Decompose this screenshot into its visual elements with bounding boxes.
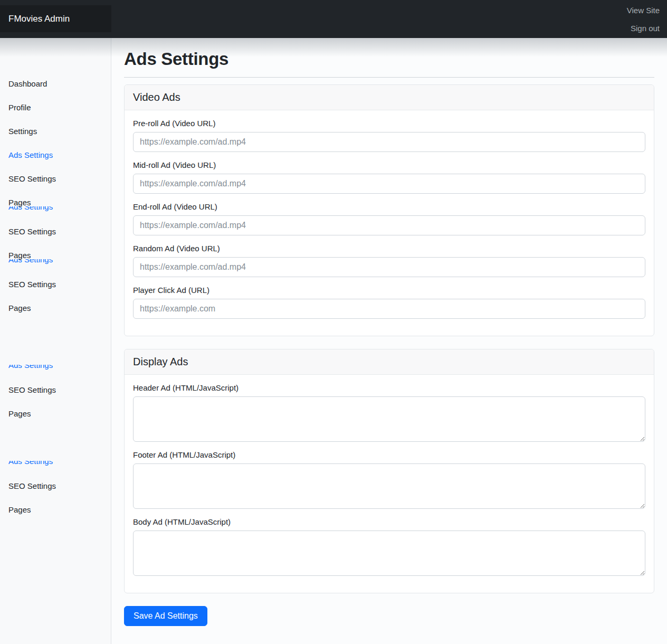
sign-out-link[interactable]: Sign out <box>631 24 660 33</box>
sidebar-item-seo-settings[interactable]: SEO Settings <box>0 480 111 492</box>
textarea-footer-ad-html-javascript[interactable] <box>133 463 645 509</box>
sidebar-item-seo-settings[interactable]: SEO Settings <box>0 384 111 396</box>
navbar-links: View Site Sign out <box>627 0 660 38</box>
form-field: Player Click Ad (URL) <box>133 286 645 319</box>
sidebar-item-profile[interactable]: Profile <box>0 102 111 113</box>
form-field: Pre-roll Ad (Video URL) <box>133 119 645 152</box>
label-header-ad-html-javascript: Header Ad (HTML/JavaScript) <box>133 383 645 392</box>
form-field: Mid-roll Ad (Video URL) <box>133 160 645 194</box>
sidebar-item-dashboard[interactable]: Dashboard <box>0 78 111 90</box>
input-pre-roll-ad-video-url[interactable] <box>133 132 645 152</box>
form-field: Footer Ad (HTML/JavaScript) <box>133 450 645 509</box>
card-display-ads: Display Ads Header Ad (HTML/JavaScript) … <box>124 349 654 593</box>
main-content: Ads Settings Video Ads Pre-roll Ad (Vide… <box>111 38 667 626</box>
sidebar-item-seo-settings[interactable]: SEO Settings <box>0 279 111 290</box>
sidebar-item-pages[interactable]: Pages <box>0 504 111 516</box>
card-title: Video Ads <box>133 91 180 103</box>
sidebar: DashboardProfileSettingsAds SettingsSEO … <box>0 38 111 644</box>
brand-title: FMovies Admin <box>0 5 111 32</box>
form-field: Body Ad (HTML/JavaScript) <box>133 517 645 576</box>
sidebar-item-pages[interactable]: Pages <box>0 302 111 314</box>
card-body: Pre-roll Ad (Video URL) Mid-roll Ad (Vid… <box>125 110 654 336</box>
title-divider <box>124 77 654 78</box>
textarea-body-ad-html-javascript[interactable] <box>133 531 645 576</box>
view-site-link[interactable]: View Site <box>627 6 660 15</box>
input-player-click-ad-url[interactable] <box>133 299 645 319</box>
sidebar-item-ads-settings[interactable]: Ads Settings <box>0 456 111 467</box>
input-mid-roll-ad-video-url[interactable] <box>133 174 645 194</box>
card-video-ads: Video Ads Pre-roll Ad (Video URL) Mid-ro… <box>124 84 654 336</box>
save-ad-settings-button[interactable]: Save Ad Settings <box>124 606 207 626</box>
input-end-roll-ad-video-url[interactable] <box>133 215 645 235</box>
sidebar-item-seo-settings[interactable]: SEO Settings <box>0 173 111 185</box>
form-field: Header Ad (HTML/JavaScript) <box>133 383 645 442</box>
card-body: Header Ad (HTML/JavaScript) Footer Ad (H… <box>125 375 654 593</box>
label-end-roll-ad-video-url: End-roll Ad (Video URL) <box>133 202 645 211</box>
form-field: Random Ad (Video URL) <box>133 244 645 277</box>
label-player-click-ad-url: Player Click Ad (URL) <box>133 286 645 295</box>
label-footer-ad-html-javascript: Footer Ad (HTML/JavaScript) <box>133 450 645 459</box>
cards: Video Ads Pre-roll Ad (Video URL) Mid-ro… <box>124 84 654 593</box>
input-random-ad-video-url[interactable] <box>133 257 645 277</box>
top-navbar: FMovies Admin View Site Sign out <box>0 0 667 38</box>
label-random-ad-video-url: Random Ad (Video URL) <box>133 244 645 253</box>
textarea-header-ad-html-javascript[interactable] <box>133 396 645 442</box>
sidebar-item-pages[interactable]: Pages <box>0 408 111 420</box>
card-header: Display Ads <box>125 349 654 375</box>
sidebar-item-ads-settings[interactable]: Ads Settings <box>0 359 111 371</box>
sidebar-item-seo-settings[interactable]: SEO Settings <box>0 226 111 238</box>
page-title: Ads Settings <box>124 49 654 70</box>
sidebar-item-settings[interactable]: Settings <box>0 126 111 137</box>
label-body-ad-html-javascript: Body Ad (HTML/JavaScript) <box>133 517 645 526</box>
card-header: Video Ads <box>125 85 654 110</box>
sidebar-item-ads-settings[interactable]: Ads Settings <box>0 149 111 161</box>
label-mid-roll-ad-video-url: Mid-roll Ad (Video URL) <box>133 160 645 169</box>
card-title: Display Ads <box>133 356 188 367</box>
label-pre-roll-ad-video-url: Pre-roll Ad (Video URL) <box>133 119 645 128</box>
form-field: End-roll Ad (Video URL) <box>133 202 645 235</box>
